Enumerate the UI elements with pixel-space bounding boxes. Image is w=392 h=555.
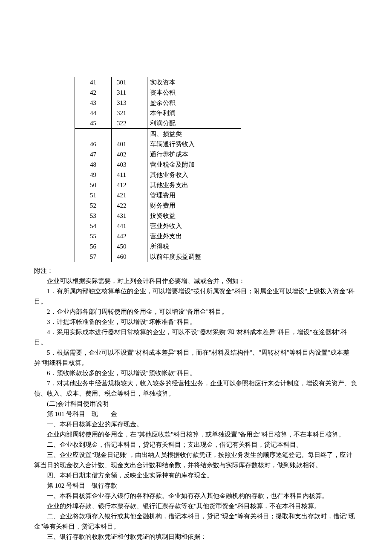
account-name: 车辆通行费收入 xyxy=(147,139,241,149)
account-name: 投资收益 xyxy=(147,211,241,221)
row-number: 56 xyxy=(75,241,112,251)
account-name: 盈余公积 xyxy=(147,98,241,108)
paragraph: 三、银行存款的收款凭证和付款凭证的填制日期和依据： xyxy=(34,532,358,542)
account-code: 422 xyxy=(112,200,147,211)
paragraph: 二、企业收到现金，借记本科目，贷记有关科目；支出现金，借记有关科目，贷记本科目。 xyxy=(34,439,358,450)
account-code: 442 xyxy=(112,231,147,241)
paragraph: 2．企业内部各部门周转使用的备用金，可以增设"备用金"科目。 xyxy=(34,306,358,317)
row-number: 54 xyxy=(75,221,112,231)
row-number: 53 xyxy=(75,211,112,221)
table-row: 46401车辆通行费收入 xyxy=(75,139,241,149)
account-name: 通行养护成本 xyxy=(147,149,241,159)
body-text: 附注： 企业可以根据实际需要，对上列会计科目作必要增、减或合并，例如： 1．有所… xyxy=(34,266,358,542)
account-code: 441 xyxy=(112,221,147,231)
account-code: 411 xyxy=(112,170,147,180)
account-code: 450 xyxy=(112,241,147,251)
table-row: 42311资本公积 xyxy=(75,87,241,98)
table-row: 57460以前年度损益调整 xyxy=(75,251,241,262)
account-code: 313 xyxy=(112,98,147,108)
table-row: 48403营业税金及附加 xyxy=(75,159,241,170)
account-code: 421 xyxy=(112,190,147,200)
row-number: 57 xyxy=(75,251,112,262)
account-name: 资本公积 xyxy=(147,87,241,98)
account-name: 营业外支出 xyxy=(147,231,241,241)
account-name: 营业外收入 xyxy=(147,221,241,231)
row-number: 42 xyxy=(75,87,112,98)
account-code: 321 xyxy=(112,108,147,118)
row-number: 51 xyxy=(75,190,112,200)
account-name: 财务费用 xyxy=(147,200,241,211)
paragraph: 二、企业将款项存入银行或其他金融机构，借记本科目，贷记"现金"等有关科目；提取和… xyxy=(34,511,358,532)
paragraph: 企业内部周转使用的备用金，在"其他应收款"科目核算，或单独设置"备用金"科目核算… xyxy=(34,429,358,439)
paragraph: 3．计提坏帐准备的企业，可以增设"坏帐准备"科目。 xyxy=(34,317,358,327)
account-name: 所得税 xyxy=(147,241,241,251)
row-number: 41 xyxy=(75,77,112,88)
row-number: 50 xyxy=(75,180,112,190)
table-row: 50412其他业务支出 xyxy=(75,180,241,190)
account-code: 412 xyxy=(112,180,147,190)
account-code: 460 xyxy=(112,251,147,262)
paragraph: (二)会计科目使用说明 xyxy=(34,399,358,409)
account-name: 营业税金及附加 xyxy=(147,159,241,170)
paragraph: 企业可以根据实际需要，对上列会计科目作必要增、减或合并，例如： xyxy=(34,276,358,286)
paragraph: 7．对其他业务中经营规模较大，收入较多的经营性业务，企业可以参照相应行来会计制度… xyxy=(34,378,358,399)
account-name: 其他业务收入 xyxy=(147,170,241,180)
table-section-header-row: 四、损益类 xyxy=(75,129,241,139)
row-number: 48 xyxy=(75,159,112,170)
accounts-table: 41301实收资本42311资本公积43313盈余公积44321本年利润4532… xyxy=(75,77,358,262)
paragraph: 4．采用实际成本进行器材日常核算的企业，可以不设"器材采购"和"材料成本差异"科… xyxy=(34,327,358,347)
paragraph: 1．有所属内部独立核算单位的企业，可以增要增设"拨付所属资金"科目；附属企业可以… xyxy=(34,286,358,306)
row-number: 44 xyxy=(75,108,112,118)
account-code: 431 xyxy=(112,211,147,221)
account-code: 322 xyxy=(112,118,147,129)
table-row: 55442营业外支出 xyxy=(75,231,241,241)
account-code: 403 xyxy=(112,159,147,170)
table-row: 53431投资收益 xyxy=(75,211,241,221)
row-number: 43 xyxy=(75,98,112,108)
paragraph: 四、本科目期末借方余额，反映企业实际持有的库存现金。 xyxy=(34,470,358,480)
paragraph: 一、本科目核算企业的库存现金。 xyxy=(34,419,358,429)
row-number: 55 xyxy=(75,231,112,241)
row-number: 46 xyxy=(75,139,112,149)
paragraph: 一、本科目核算企业存入银行的各种存款。企业如有存入其他金融机构的存款，也在本科目… xyxy=(34,491,358,501)
table-row: 44321本年利润 xyxy=(75,108,241,118)
account-name: 以前年度损益调整 xyxy=(147,251,241,262)
paragraph: 5．根据需要，企业可以不设置"材料成本差异"科目，而在"材料及结构件"、"周转材… xyxy=(34,347,358,368)
table-row: 41301实收资本 xyxy=(75,77,241,88)
note-label: 附注： xyxy=(34,266,358,276)
account-name: 利润分配 xyxy=(147,118,241,129)
account-code: 311 xyxy=(112,87,147,98)
paragraph: 第 102 号科目 银行存款 xyxy=(34,480,358,491)
table-row: 43313盈余公积 xyxy=(75,98,241,108)
table-row: 47402通行养护成本 xyxy=(75,149,241,159)
table-row: 56450所得税 xyxy=(75,241,241,251)
table-row: 51421管理费用 xyxy=(75,190,241,200)
account-name: 管理费用 xyxy=(147,190,241,200)
table-row: 49411其他业务收入 xyxy=(75,170,241,180)
account-code: 301 xyxy=(112,77,147,88)
table-row: 45322利润分配 xyxy=(75,118,241,129)
account-name: 实收资本 xyxy=(147,77,241,88)
row-number: 49 xyxy=(75,170,112,180)
row-number: 45 xyxy=(75,118,112,129)
row-number: 47 xyxy=(75,149,112,159)
row-number: 52 xyxy=(75,200,112,211)
account-code: 402 xyxy=(112,149,147,159)
paragraph: 6．预收帐款较多的企业，可以增设"预收帐款"科目。 xyxy=(34,368,358,378)
paragraph: 第 101 号科目 现 金 xyxy=(34,409,358,419)
account-name: 本年利润 xyxy=(147,108,241,118)
paragraph: 三、企业应设置"现金日记账"，由出纳人员根据收付款凭证，按照业务发生的顺序逐笔登… xyxy=(34,450,358,470)
table-row: 52422财务费用 xyxy=(75,200,241,211)
paragraph: 企业的外埠存款、银行本票存款、银行汇票存款等在"其他货币资金"科目核算，不在本科… xyxy=(34,501,358,511)
account-code: 401 xyxy=(112,139,147,149)
section-header: 四、损益类 xyxy=(147,129,241,139)
account-name: 其他业务支出 xyxy=(147,180,241,190)
table-row: 54441营业外收入 xyxy=(75,221,241,231)
